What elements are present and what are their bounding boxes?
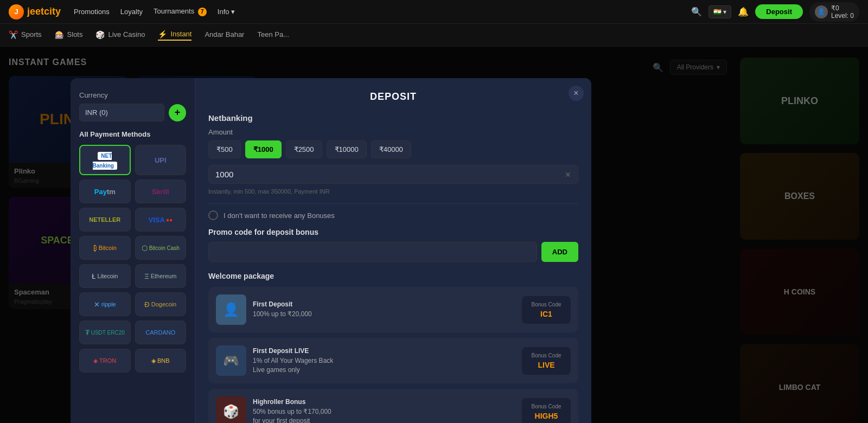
nav-right: 🔍 🇮🇳 ▾ 🔔 Deposit 👤 ₹0 Level: 0 xyxy=(691,2,859,22)
payment-litecoin[interactable]: Ł Litecoin xyxy=(79,264,131,288)
cat-slots[interactable]: 🎰 Slots xyxy=(55,30,83,40)
selected-payment-label: Netbanking xyxy=(208,113,578,123)
cat-instant[interactable]: ⚡ Instant xyxy=(158,30,192,41)
payment-ripple[interactable]: ✕ ripple xyxy=(79,292,131,316)
bonus-highroller: 🎲 Highroller Bonus 50% bonus up to ₹170,… xyxy=(208,389,578,423)
slots-icon: 🎰 xyxy=(55,30,64,39)
user-info[interactable]: 👤 ₹0 Level: 0 xyxy=(809,2,859,22)
preset-500[interactable]: ₹500 xyxy=(208,140,241,158)
preset-40000[interactable]: ₹40000 xyxy=(371,140,411,158)
user-avatar: 👤 xyxy=(815,5,828,18)
payment-visa[interactable]: VISA ●● xyxy=(135,208,187,232)
add-currency-button[interactable]: + xyxy=(169,104,186,121)
welcome-package-title: Welcome package xyxy=(208,272,578,280)
bonus-name: Highroller Bonus xyxy=(253,398,515,406)
sports-icon: ✂️ xyxy=(9,30,18,39)
promo-row: ADD xyxy=(208,242,578,262)
bonus-code-box: Bonus Code LIVE xyxy=(522,347,571,375)
preset-10000[interactable]: ₹10000 xyxy=(327,140,367,158)
promo-label: Promo code for deposit bonus xyxy=(208,228,578,236)
payment-bitcoincash[interactable]: ⬡ Bitcoin Cash xyxy=(135,236,187,260)
payment-usdt[interactable]: ₮ USDT ERC20 xyxy=(79,321,131,344)
payment-bnb[interactable]: ◈ BNB xyxy=(135,349,187,373)
tournament-badge: 7 xyxy=(198,8,207,16)
promo-code-input[interactable] xyxy=(208,242,537,262)
nav-info[interactable]: Info ▾ xyxy=(218,8,235,16)
divider xyxy=(208,203,578,204)
no-bonus-radio[interactable] xyxy=(208,210,218,220)
payment-ethereum[interactable]: Ξ Ethereum xyxy=(135,264,187,288)
currency-row: INR (0) + xyxy=(79,104,186,121)
live-casino-icon: 🎲 xyxy=(95,30,105,39)
logo-text: jeetcity xyxy=(27,6,61,17)
amount-label: Amount xyxy=(208,128,578,136)
preset-amounts: ₹500 ₹1000 ₹2500 ₹10000 ₹40000 xyxy=(208,140,578,158)
bonus-name: First Deposit LIVE xyxy=(253,347,515,355)
category-nav: ✂️ Sports 🎰 Slots 🎲 Live Casino ⚡ Instan… xyxy=(0,24,868,47)
clear-amount-icon[interactable]: ✕ xyxy=(565,170,571,179)
preset-2500[interactable]: ₹2500 xyxy=(286,140,322,158)
main-content: INSTANT GAMES 🔍 All Providers ▾ PLINKO P… xyxy=(0,47,868,423)
bonus-desc: 100% up to ₹20,000 xyxy=(253,310,515,319)
user-balance: ₹0 xyxy=(831,4,854,12)
payment-upi[interactable]: UPI xyxy=(135,145,187,175)
payment-tron[interactable]: ◈ TRON xyxy=(79,349,131,373)
bonus-code-label: Bonus Code xyxy=(529,403,563,409)
preset-1000[interactable]: ₹1000 xyxy=(245,140,282,158)
currency-label: Currency xyxy=(79,91,186,99)
cat-sports[interactable]: ✂️ Sports xyxy=(9,30,42,40)
amount-value[interactable]: 1000 xyxy=(215,170,565,179)
nav-tournaments[interactable]: Tournaments 7 xyxy=(154,7,207,16)
deposit-form-panel: DEPOSIT × Netbanking Amount ₹500 ₹1000 ₹… xyxy=(195,78,591,423)
logo[interactable]: J jeetcity xyxy=(9,4,61,20)
cat-teen-patti[interactable]: Teen Pa... xyxy=(257,30,289,40)
payment-netbanking[interactable]: NETBanking xyxy=(79,145,131,175)
bonus-code-box: Bonus Code IC1 xyxy=(522,296,571,324)
bonus-desc: 1% of All Your Wagers Back Live games on… xyxy=(253,356,515,375)
bonus-code-label: Bonus Code xyxy=(529,302,563,307)
nav-links: Promotions Loyalty Tournaments 7 Info ▾ xyxy=(74,7,691,16)
payment-methods-title: All Payment Methods xyxy=(79,130,186,138)
payment-methods-grid: NETBanking UPI Paytm Skrill NETELLER VIS… xyxy=(79,145,186,373)
top-nav: J jeetcity Promotions Loyalty Tournament… xyxy=(0,0,868,24)
cat-andar-bahar[interactable]: Andar Bahar xyxy=(205,30,244,40)
bonus-code-value: IC1 xyxy=(529,310,563,318)
nav-loyalty[interactable]: Loyalty xyxy=(120,8,143,16)
payment-skrill[interactable]: Skrill xyxy=(135,180,187,203)
payment-dogecoin[interactable]: Ð Dogecoin xyxy=(135,292,187,316)
bonus-image: 🎮 xyxy=(216,345,246,376)
close-modal-button[interactable]: × xyxy=(569,86,584,101)
payment-paytm[interactable]: Paytm xyxy=(79,180,131,203)
cat-live-casino[interactable]: 🎲 Live Casino xyxy=(95,30,145,40)
bonus-code-value: LIVE xyxy=(529,361,563,369)
payment-bitcoin[interactable]: ₿ Bitcoin xyxy=(79,236,131,260)
amount-input-row: 1000 ✕ xyxy=(208,165,578,184)
user-level: Level: 0 xyxy=(831,12,854,20)
instant-icon: ⚡ xyxy=(158,30,167,39)
bonus-live-deposit: 🎮 First Deposit LIVE 1% of All Your Wage… xyxy=(208,338,578,383)
bonus-first-deposit: 👤 First Deposit 100% up to ₹20,000 Bonus… xyxy=(208,287,578,332)
bonus-code-value: HIGH5 xyxy=(529,412,563,420)
search-icon[interactable]: 🔍 xyxy=(691,7,702,17)
bonus-image: 🎲 xyxy=(216,396,246,423)
notification-bell-icon[interactable]: 🔔 xyxy=(738,7,749,17)
deposit-modal: Currency INR (0) + All Payment Methods N… xyxy=(71,78,591,423)
deposit-button[interactable]: Deposit xyxy=(755,4,803,19)
payment-neteller[interactable]: NETELLER xyxy=(79,208,131,232)
bonus-code-label: Bonus Code xyxy=(529,352,563,358)
no-bonus-label: I don't want to receive any Bonuses xyxy=(224,211,335,220)
payment-methods-panel: Currency INR (0) + All Payment Methods N… xyxy=(71,78,195,423)
amount-hint: Instantly, min 500, max 350000, Payment … xyxy=(208,188,578,195)
modal-title: DEPOSIT xyxy=(208,91,578,102)
bonus-name: First Deposit xyxy=(253,300,515,308)
no-bonus-row: I don't want to receive any Bonuses xyxy=(208,210,578,220)
flag-selector[interactable]: 🇮🇳 ▾ xyxy=(709,5,731,18)
bonus-desc: 50% bonus up to ₹170,000 for your first … xyxy=(253,407,515,423)
add-promo-button[interactable]: ADD xyxy=(541,242,578,262)
currency-display: INR (0) xyxy=(79,104,164,121)
bonus-code-box: Bonus Code HIGH5 xyxy=(522,398,571,424)
nav-promotions[interactable]: Promotions xyxy=(74,8,110,16)
bonus-image: 👤 xyxy=(216,294,246,325)
payment-cardano[interactable]: CARDANO xyxy=(135,321,187,344)
logo-icon: J xyxy=(9,4,24,20)
